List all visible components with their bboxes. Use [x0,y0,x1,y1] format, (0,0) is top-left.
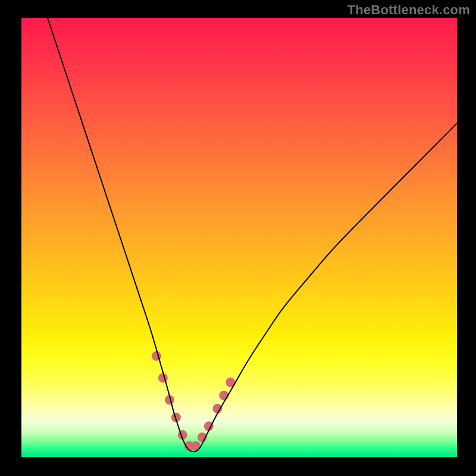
bottleneck-curve-path [48,18,457,452]
highlight-dots-group [152,351,236,450]
highlight-dot [158,373,168,383]
plot-area [21,18,457,457]
watermark-text: TheBottleneck.com [347,2,470,18]
chart-frame: TheBottleneck.com [0,0,476,476]
curve-layer [21,18,457,457]
